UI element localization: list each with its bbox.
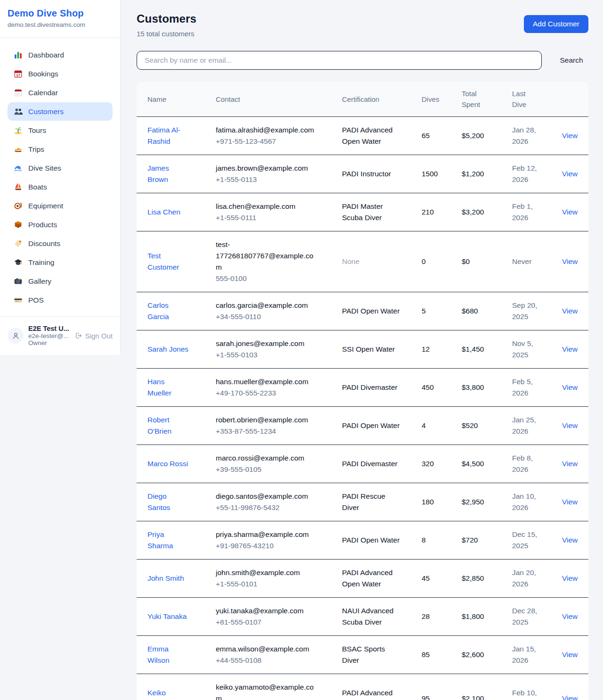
discounts-icon: [14, 239, 23, 248]
table-header-row: Name Contact Certification Dives Total S…: [137, 82, 588, 117]
search-bar: Search: [137, 51, 588, 70]
sidebar-item-equipment[interactable]: Equipment: [8, 197, 113, 215]
customer-certification: PADI Advanced Open Water: [342, 567, 401, 590]
customers-icon: [14, 107, 23, 116]
customer-total-spent: $5,200: [462, 132, 484, 140]
customer-email: carlos.garcia@example.com: [216, 300, 317, 311]
sidebar-item-dive-sites[interactable]: Dive Sites: [8, 159, 113, 177]
customer-name-link[interactable]: Lisa Chen: [147, 206, 180, 218]
customer-name-link[interactable]: Robert O'Brien: [147, 414, 189, 437]
view-link[interactable]: View: [562, 168, 578, 180]
customer-email: robert.obrien@example.com: [216, 414, 317, 426]
customer-total-spent: $3,800: [462, 383, 484, 391]
customer-dives: 45: [422, 574, 430, 582]
customer-phone: +971-55-123-4567: [216, 136, 337, 147]
search-input[interactable]: [137, 51, 542, 70]
customer-certification: PADI Divemaster: [342, 458, 401, 469]
view-link[interactable]: View: [562, 206, 578, 218]
customer-email: marco.rossi@example.com: [216, 453, 317, 464]
customer-count: 15 total customers: [137, 30, 196, 38]
customer-last-dive: Jan 25, 2026: [512, 414, 542, 437]
dashboard-icon: [14, 50, 23, 59]
sidebar-item-discounts[interactable]: Discounts: [8, 234, 113, 253]
customer-name-link[interactable]: Yuki Tanaka: [147, 611, 187, 622]
sidebar-item-tours[interactable]: Tours: [8, 121, 113, 140]
sidebar-item-training[interactable]: Training: [8, 253, 113, 272]
calendar-icon: [14, 88, 23, 97]
column-header-total-spent: Total Spent: [462, 88, 485, 110]
add-customer-button[interactable]: Add Customer: [524, 15, 588, 33]
sign-out-button[interactable]: Sign Out: [74, 332, 113, 340]
customer-certification: NAUI Advanced Scuba Diver: [342, 605, 401, 628]
avatar: [8, 328, 24, 344]
search-button[interactable]: Search: [554, 52, 588, 68]
customer-name-link[interactable]: James Brown: [147, 163, 189, 185]
customer-phone: +1-555-0103: [216, 349, 337, 361]
customer-total-spent: $0: [462, 257, 470, 265]
customer-last-dive: Feb 8, 2026: [512, 453, 542, 475]
view-link[interactable]: View: [562, 382, 578, 393]
sidebar-item-boats[interactable]: Boats: [8, 178, 113, 196]
customer-name-link[interactable]: Priya Sharma: [147, 529, 189, 552]
sidebar-item-trips[interactable]: Trips: [8, 140, 113, 158]
view-link[interactable]: View: [562, 693, 578, 700]
sidebar-item-calendar[interactable]: Calendar: [8, 83, 113, 102]
customer-last-dive: Feb 5, 2026: [512, 376, 542, 399]
customer-total-spent: $520: [462, 421, 478, 429]
customer-last-dive: Jan 20, 2026: [512, 567, 542, 590]
view-link[interactable]: View: [562, 305, 578, 317]
training-icon: [14, 258, 23, 267]
table-row: Yuki Tanaka yuki.tanaka@example.com +81-…: [137, 598, 588, 636]
customer-certification: PADI Rescue Diver: [342, 491, 401, 513]
customer-email: yuki.tanaka@example.com: [216, 605, 317, 617]
view-link[interactable]: View: [562, 256, 578, 267]
customer-email: fatima.alrashid@example.com: [216, 124, 317, 136]
sidebar-item-customers[interactable]: Customers: [8, 102, 113, 121]
table-row: Marco Rossi marco.rossi@example.com +39-…: [137, 445, 588, 483]
shop-name: Demo Dive Shop: [8, 8, 113, 19]
column-header-name: Name: [147, 94, 216, 105]
customer-phone: +44-555-0108: [216, 655, 337, 666]
products-icon: [14, 220, 23, 229]
customer-name-link[interactable]: Keiko Yamamoto: [147, 687, 189, 700]
view-link[interactable]: View: [562, 573, 578, 584]
sidebar-item-bookings[interactable]: 17 Bookings: [8, 65, 113, 83]
customer-name-link[interactable]: Carlos Garcia: [147, 300, 189, 322]
table-row: Robert O'Brien robert.obrien@example.com…: [137, 407, 588, 445]
customer-name-link[interactable]: Sarah Jones: [147, 344, 188, 355]
customer-name-link[interactable]: John Smith: [147, 573, 184, 584]
view-link[interactable]: View: [562, 458, 578, 469]
view-link[interactable]: View: [562, 611, 578, 622]
customer-certification: PADI Open Water: [342, 305, 401, 317]
table-row: Fatima Al-Rashid fatima.alrashid@example…: [137, 117, 588, 155]
customer-name-link[interactable]: Diego Santos: [147, 491, 189, 513]
view-link[interactable]: View: [562, 535, 578, 546]
sidebar-item-pos[interactable]: POS: [8, 291, 113, 309]
customer-total-spent: $2,100: [462, 694, 484, 700]
customer-total-spent: $1,200: [462, 170, 484, 178]
customer-name-link[interactable]: Fatima Al-Rashid: [147, 124, 189, 147]
customer-phone: +34-555-0110: [216, 311, 337, 322]
view-link[interactable]: View: [562, 344, 578, 355]
customer-phone: +55-11-99876-5432: [216, 502, 337, 513]
sidebar-item-products[interactable]: Products: [8, 215, 113, 234]
customer-name-link[interactable]: Hans Mueller: [147, 376, 189, 399]
view-link[interactable]: View: [562, 420, 578, 431]
customer-last-dive: Sep 20, 2025: [512, 300, 542, 322]
customer-email: diego.santos@example.com: [216, 491, 317, 502]
view-link[interactable]: View: [562, 130, 578, 141]
user-role: Owner: [28, 339, 70, 346]
user-email: e2e-tester@...: [28, 332, 70, 339]
view-link[interactable]: View: [562, 496, 578, 508]
customer-total-spent: $1,450: [462, 345, 484, 353]
customer-name-link[interactable]: Marco Rossi: [147, 458, 188, 469]
sidebar-item-gallery[interactable]: Gallery: [8, 272, 113, 290]
customer-email: lisa.chen@example.com: [216, 201, 317, 212]
customers-table: Name Contact Certification Dives Total S…: [137, 82, 588, 700]
sidebar-item-dashboard[interactable]: Dashboard: [8, 46, 113, 64]
customer-name-link[interactable]: Test Customer: [147, 250, 189, 273]
customer-total-spent: $2,950: [462, 498, 484, 506]
gallery-icon: [14, 277, 23, 286]
view-link[interactable]: View: [562, 649, 578, 660]
customer-name-link[interactable]: Emma Wilson: [147, 643, 189, 666]
